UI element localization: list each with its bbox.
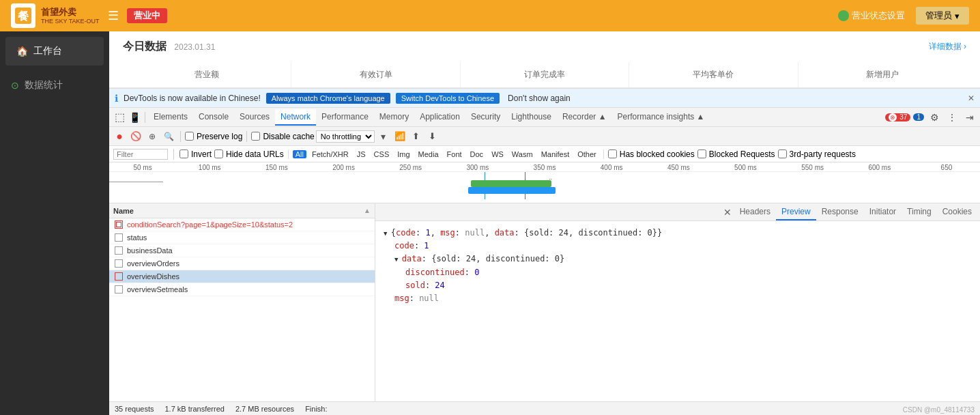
detail-tab-initiator[interactable]: Initiator [864, 204, 902, 220]
blocked-requests-checkbox-group[interactable]: Blocked Requests [697, 149, 775, 159]
wifi-icon[interactable]: 📶 [392, 129, 407, 144]
sidebar-item-workbench[interactable]: 🏠 工作台 [5, 37, 104, 66]
filter-icon[interactable]: ⊕ [145, 129, 160, 144]
list-item-overview-dishes[interactable]: overviewDishes [109, 270, 375, 283]
preserve-log-checkbox[interactable] [185, 132, 194, 141]
detail-tab-preview[interactable]: Preview [776, 204, 816, 220]
tl-250: 250 ms [377, 164, 444, 171]
third-party-checkbox[interactable] [778, 149, 787, 158]
tab-perf-insights[interactable]: Performance insights ▲ [612, 109, 710, 126]
tab-recorder[interactable]: Recorder ▲ [557, 109, 612, 126]
disable-cache-checkbox[interactable] [251, 132, 260, 141]
blocked-cookies-checkbox-group[interactable]: Has blocked cookies [608, 149, 695, 159]
inspect-icon[interactable]: ⬚ [112, 110, 127, 125]
filter-chip-media[interactable]: Media [416, 150, 442, 158]
throttling-select[interactable]: No throttling Fast 3G Slow 3G [316, 130, 375, 143]
tab-network[interactable]: Network [275, 109, 316, 126]
list-item-name-5: overviewSetmeals [127, 285, 369, 294]
filter-chip-doc[interactable]: Doc [467, 150, 487, 158]
list-item-overview-setmeals[interactable]: overviewSetmeals [109, 283, 375, 296]
request-list-scroll[interactable]: conditionSearch?page=1&pageSize=10&statu… [109, 218, 375, 401]
detail-link[interactable]: 详细数据 › [929, 41, 966, 53]
page-title-group: 今日数据 2023.01.31 [123, 40, 215, 54]
resize-handle[interactable]: ▲ [364, 207, 371, 214]
list-item-overview-orders[interactable]: overviewOrders [109, 257, 375, 270]
filter-chip-all[interactable]: All [293, 150, 306, 158]
admin-label: 管理员 [925, 10, 952, 22]
settings-icon[interactable]: ⚙ [927, 110, 942, 125]
list-checkbox-3[interactable] [115, 259, 123, 268]
preserve-log-checkbox-group[interactable]: Preserve log [185, 132, 242, 141]
page-title: 今日数据 [123, 40, 167, 52]
filter-chip-other[interactable]: Other [575, 150, 599, 158]
tab-elements[interactable]: Elements [148, 109, 193, 126]
list-checkbox-2[interactable] [115, 246, 123, 255]
blocked-cookies-checkbox[interactable] [608, 149, 617, 158]
switch-chinese-button[interactable]: Switch DevTools to Chinese [396, 93, 500, 104]
disable-cache-checkbox-group[interactable]: Disable cache [251, 132, 314, 141]
info-close-icon[interactable]: ✕ [968, 94, 975, 103]
timeline-area: 50 ms 100 ms 150 ms 200 ms 250 ms 300 ms… [109, 162, 980, 203]
sidebar-item-stats[interactable]: ⊙ 数据统计 [0, 71, 109, 100]
tab-performance[interactable]: Performance [316, 109, 374, 126]
list-checkbox-4[interactable] [115, 272, 123, 281]
download-icon[interactable]: ⬇ [425, 129, 440, 144]
third-party-checkbox-group[interactable]: 3rd-party requests [778, 149, 856, 159]
list-item-status[interactable]: status [109, 231, 375, 244]
filter-chip-img[interactable]: Img [394, 150, 412, 158]
biz-status-button[interactable]: 营业状态设置 [838, 10, 905, 22]
device-icon[interactable]: 📱 [127, 110, 142, 125]
detail-tab-headers[interactable]: Headers [734, 204, 776, 220]
admin-button[interactable]: 管理员 ▾ [916, 7, 969, 25]
dont-show-button[interactable]: Don't show again [505, 92, 573, 104]
tl-600: 600 ms [846, 164, 913, 171]
filter-chip-ws[interactable]: WS [489, 150, 506, 158]
menu-button[interactable]: ☰ [108, 8, 119, 23]
clear-button[interactable]: 🚫 [128, 129, 143, 144]
tl-50: 50 ms [109, 164, 176, 171]
list-checkbox-5[interactable] [115, 285, 123, 294]
filter-chip-font[interactable]: Font [444, 150, 465, 158]
list-item-business-data[interactable]: businessData [109, 244, 375, 257]
tab-application[interactable]: Application [414, 109, 465, 126]
page-title-row: 今日数据 2023.01.31 详细数据 › [123, 40, 966, 54]
svg-text:餐: 餐 [18, 10, 29, 22]
upload-icon[interactable]: ⬆ [409, 129, 424, 144]
invert-checkbox-group[interactable]: Invert [179, 149, 212, 159]
more-icon[interactable]: ⋮ [945, 110, 960, 125]
tab-memory[interactable]: Memory [374, 109, 414, 126]
tab-security[interactable]: Security [465, 109, 506, 126]
json-line-0: {code: 1, msg: null, data: {sold: 24, di… [384, 227, 972, 240]
tab-lighthouse[interactable]: Lighthouse [506, 109, 557, 126]
filter-chip-fetch[interactable]: Fetch/XHR [309, 150, 351, 158]
timeline-waterfall: · ·· [109, 172, 980, 199]
filter-chip-css[interactable]: CSS [371, 150, 392, 158]
detail-close-button[interactable]: ✕ [721, 207, 734, 218]
sidebar: 🏠 工作台 ⊙ 数据统计 [0, 31, 109, 415]
record-button[interactable]: ● [112, 129, 127, 144]
hide-data-urls-checkbox-group[interactable]: Hide data URLs [214, 149, 284, 159]
filter-input[interactable] [113, 149, 168, 160]
detail-tab-timing[interactable]: Timing [902, 204, 937, 220]
blocked-requests-checkbox[interactable] [697, 149, 706, 158]
match-language-button[interactable]: Always match Chrome's language [266, 93, 390, 104]
list-checkbox-1[interactable] [115, 233, 123, 242]
filter-chip-wasm[interactable]: Wasm [509, 150, 536, 158]
filter-chip-js[interactable]: JS [354, 150, 369, 158]
tab-console[interactable]: Console [193, 109, 234, 126]
watermark: CSDN @m0_48114733 [903, 406, 975, 414]
detail-tab-response[interactable]: Response [816, 204, 864, 220]
invert-checkbox[interactable] [179, 149, 188, 158]
json-toggle-0[interactable] [384, 228, 391, 238]
dock-icon[interactable]: ⇥ [962, 110, 977, 125]
hide-data-urls-checkbox[interactable] [214, 149, 223, 158]
search-icon[interactable]: 🔍 [161, 129, 176, 144]
detail-tab-cookies[interactable]: Cookies [937, 204, 977, 220]
list-checkbox-0[interactable] [115, 220, 123, 229]
throttling-dropdown-icon[interactable]: ▾ [376, 129, 391, 144]
json-toggle-data[interactable] [394, 254, 402, 263]
list-item-condition-search[interactable]: conditionSearch?page=1&pageSize=10&statu… [109, 218, 375, 231]
tab-sources[interactable]: Sources [234, 109, 275, 126]
disable-cache-label: Disable cache [263, 132, 314, 141]
filter-chip-manifest[interactable]: Manifest [538, 150, 573, 158]
